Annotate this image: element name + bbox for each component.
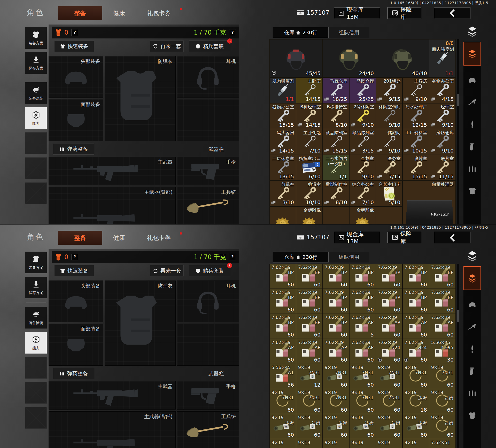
inventory-cell[interactable]: 7.62×39BP60	[402, 264, 429, 289]
elite-set-button[interactable]: 精兵套装 5	[189, 41, 230, 52]
tab-warehouse[interactable]: 仓库 230行	[273, 252, 329, 262]
cash-vault-button[interactable]: 现金库 13M	[334, 7, 380, 19]
inventory-cell[interactable]: 底片室15/15	[402, 155, 429, 181]
inventory-cell[interactable]: 经理室9/10	[429, 103, 456, 129]
inventory-cell[interactable]: 9×197N31960	[349, 364, 376, 389]
inventory-cell[interactable]: 金狮雕像	[349, 206, 376, 224]
filter-helmet-button[interactable]	[467, 300, 477, 310]
inventory-cell[interactable]: 台长室门卡5/10	[376, 181, 402, 206]
inventory-cell[interactable]: 9×197N3160	[323, 389, 349, 414]
inventory-cell[interactable]: 9×19达姆960	[296, 414, 323, 439]
face-gear-slot[interactable]: 面部装备	[49, 324, 103, 366]
sidebar-item-skin[interactable]: 装备涂装	[25, 307, 47, 329]
inventory-cell[interactable]: 码头客房14/15	[269, 129, 296, 155]
inventory-cell[interactable]: 9×19	[323, 439, 349, 448]
inventory-cell[interactable]: 主卧钥匙7/10	[296, 129, 323, 155]
inventory-cell[interactable]: 9×197N3160	[402, 364, 429, 389]
inventory-cell[interactable]: 7.62×39AP5	[349, 314, 376, 339]
inventory-cell[interactable]: 7.62×39AP60	[323, 339, 349, 364]
face-gear-slot[interactable]: 面部装备	[49, 99, 103, 141]
filter-ammo-button[interactable]	[467, 164, 477, 174]
inventory-cell[interactable]: 9×19	[349, 439, 376, 448]
inventory-cell[interactable]: 7.62×39BP60	[402, 289, 429, 314]
inventory-cell[interactable]: 9×197N3160	[296, 389, 323, 414]
inventory-cell[interactable]: 剪辑室3/10	[269, 181, 296, 206]
scrollbar-thumb[interactable]	[457, 310, 459, 322]
insurance-vault-button[interactable]: 保险库	[388, 232, 421, 243]
inventory-cell[interactable]: 指挥室出口6/103	[296, 155, 323, 181]
inventory-cell[interactable]: 9×197N3160	[349, 389, 376, 414]
filter-armor-button[interactable]	[467, 186, 477, 196]
inventory-cell[interactable]: 5.56×45M99530	[429, 339, 456, 364]
cash-vault-button[interactable]: 现金库 13M	[334, 232, 380, 243]
inventory-cell[interactable]: 马厩仓库25/25	[349, 77, 376, 103]
inventory-cell[interactable]: 7.62×397N2460	[376, 339, 402, 364]
ammo-loadout-button[interactable]: 弹药整备	[53, 143, 94, 155]
filter-armor-button[interactable]	[467, 411, 477, 421]
inventory-cell[interactable]: 金狮雕像	[296, 206, 323, 224]
inventory-cell[interactable]: 9×19达姆60	[429, 414, 456, 439]
inventory-cell[interactable]: 9×19达姆960	[376, 414, 402, 439]
inventory-cell[interactable]: 7.62×39BP60	[296, 314, 323, 339]
sidebar-item-save-plan[interactable]: 保存方案	[25, 277, 47, 298]
inventory-cell[interactable]: 谷物办公室4/15	[429, 77, 456, 103]
inventory-cell[interactable]: B栋接待室8/10	[323, 103, 349, 129]
filter-all-button[interactable]	[463, 266, 481, 290]
empty-quick-slot[interactable]	[25, 407, 47, 429]
repeat-loadout-button[interactable]: 再来一套	[150, 41, 184, 52]
inventory-cell[interactable]: 7.62×39AP60	[269, 339, 296, 364]
inventory-cell[interactable]: 9×19	[402, 439, 429, 448]
help-button[interactable]: ?	[229, 254, 236, 260]
inventory-cell[interactable]: 向量处理器VPS-TZF	[402, 181, 456, 224]
sidebar-item-skin[interactable]: 装备涂装	[25, 82, 47, 104]
extra-gear-slot[interactable]	[177, 99, 239, 141]
inventory-cell[interactable]: 休闲室包间9/10	[376, 103, 402, 129]
inventory-cell[interactable]: 7.62×39BP60	[376, 289, 402, 314]
inventory-cell[interactable]: 5.56×45A156	[269, 364, 296, 389]
sidebar-item-loadout-plan[interactable]: 装备方案	[25, 27, 47, 49]
empty-quick-slot[interactable]	[25, 157, 47, 179]
inventory-cell[interactable]: 201钥匙9/15	[376, 77, 402, 103]
inventory-cell[interactable]: 7.62×39BP60	[296, 289, 323, 314]
headset-slot[interactable]: 耳机	[177, 56, 239, 98]
primary-weapon-slot[interactable]: 主武器	[49, 381, 176, 410]
shovel-slot[interactable]: 工兵铲	[177, 187, 239, 224]
inventory-cell[interactable]: 藏品陈列室3/15	[349, 129, 376, 155]
empty-quick-slot[interactable]	[25, 132, 47, 154]
headset-slot[interactable]: 耳机	[177, 281, 239, 322]
inventory-cell[interactable]: 7.62×39BP60	[323, 314, 349, 339]
ammo-loadout-button[interactable]: 弹药整备	[53, 368, 94, 379]
inventory-cell[interactable]: 7.62×39AP60	[376, 314, 402, 339]
inventory-cell[interactable]: 9×19达姆60	[429, 389, 456, 414]
inventory-cell[interactable]: 主卧室14/15	[296, 77, 323, 103]
help-button[interactable]: ?	[71, 29, 78, 36]
empty-quick-slot[interactable]	[25, 182, 47, 204]
filter-rifle-button[interactable]	[467, 322, 477, 332]
tab-礼包卡券[interactable]: 礼包卡券	[136, 231, 182, 245]
inventory-cell[interactable]: 医务室7/15	[376, 155, 402, 181]
body-armor-slot[interactable]: 防弹衣	[105, 281, 176, 366]
inventory-cell[interactable]: 45/45	[269, 39, 323, 77]
inventory-cell[interactable]: 9×19	[376, 439, 402, 448]
inventory-cell[interactable]: 二号水闸房（一次性）1/1	[323, 155, 349, 181]
sort-button[interactable]	[466, 250, 478, 262]
shovel-slot[interactable]: 工兵铲	[177, 411, 239, 448]
inventory-cell[interactable]: 后期制作室8/10	[323, 181, 349, 206]
inventory-cell[interactable]: 储藏间9/10	[376, 129, 402, 155]
tab-礼包卡券[interactable]: 礼包卡券	[136, 6, 182, 20]
filter-helmet-button[interactable]	[467, 75, 477, 85]
tab-team-borrow[interactable]: 组队借用	[329, 252, 369, 262]
sidebar-item-ability[interactable]: 能力	[25, 107, 47, 129]
inventory-cell[interactable]: 7.62×39AP60	[429, 314, 456, 339]
inventory-cell[interactable]: 9×19	[269, 439, 296, 448]
help-button[interactable]: ?	[71, 254, 78, 260]
back-weapon-slot[interactable]: 主武器(背部)	[49, 411, 176, 448]
inventory-cell[interactable]: 8/8肌肉强度剂1/1	[429, 39, 456, 77]
quick-equip-button[interactable]: 快速装备	[54, 41, 94, 52]
inventory-cell[interactable]: 工厂资料室10/15	[402, 129, 429, 155]
back-button[interactable]	[434, 232, 470, 243]
head-gear-slot[interactable]: 头部装备	[49, 56, 103, 98]
inventory-cell[interactable]: 7.62×39BP60	[376, 264, 402, 289]
inventory-cell[interactable]: 企划室9/10	[349, 155, 376, 181]
inventory-cell[interactable]: 磨坊仓库9/10	[429, 129, 456, 155]
